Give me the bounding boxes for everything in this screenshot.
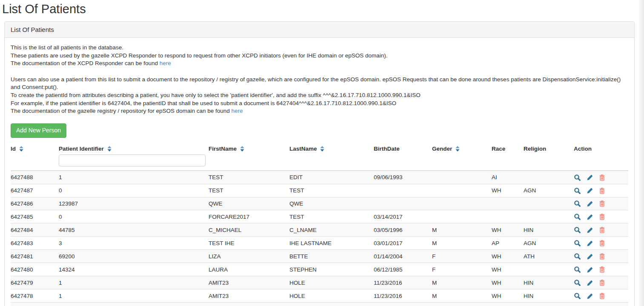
cell-last-name: BETTE xyxy=(289,250,374,263)
edit-patient-button[interactable] xyxy=(587,227,593,234)
column-header-action: Action xyxy=(574,144,628,154)
edit-patient-button[interactable] xyxy=(587,240,593,247)
sort-updown-icon xyxy=(455,146,460,152)
cell-action xyxy=(574,289,628,303)
trash-icon xyxy=(599,187,605,194)
view-patient-button[interactable] xyxy=(574,187,581,194)
cell-id: 6427481 xyxy=(11,250,59,263)
magnifier-icon xyxy=(574,292,581,300)
patient-identifier-filter-input[interactable] xyxy=(59,154,206,166)
cell-id: 6427483 xyxy=(11,237,59,250)
view-patient-button[interactable] xyxy=(574,174,581,181)
edit-patient-button[interactable] xyxy=(587,174,593,181)
cell-id: 6427479 xyxy=(11,276,59,289)
delete-patient-button[interactable] xyxy=(599,253,605,260)
cell-action xyxy=(574,210,628,223)
view-patient-button[interactable] xyxy=(574,213,581,220)
cell-religion xyxy=(524,171,574,184)
edit-patient-button[interactable] xyxy=(587,214,593,220)
cell-gender xyxy=(432,184,492,197)
cell-patient-identifier: 69200 xyxy=(59,250,209,263)
cell-id: 6427480 xyxy=(11,263,59,276)
cell-patient-identifier: 1 xyxy=(59,303,209,306)
cell-first-name: MIKE xyxy=(209,303,289,306)
cell-race xyxy=(492,210,524,223)
view-patient-button[interactable] xyxy=(574,240,581,247)
cell-gender xyxy=(432,210,492,223)
cell-birth-date: 01/14/2004 xyxy=(374,250,432,263)
cell-birth-date: 03/14/2017 xyxy=(374,210,432,223)
view-patient-button[interactable] xyxy=(574,292,581,300)
cell-gender: M xyxy=(432,223,492,237)
cell-race xyxy=(492,197,524,210)
column-header-lastname[interactable]: LastName xyxy=(289,144,374,154)
cell-first-name: TEST xyxy=(209,184,289,197)
view-patient-button[interactable] xyxy=(574,253,581,260)
delete-patient-button[interactable] xyxy=(599,187,605,194)
edit-patient-button[interactable] xyxy=(587,200,593,207)
cell-first-name: FORCARE2017 xyxy=(209,210,289,223)
cell-birth-date xyxy=(374,303,432,306)
cell-id: 6427484 xyxy=(11,223,59,237)
pencil-icon xyxy=(587,266,593,273)
trash-icon xyxy=(599,279,605,286)
add-new-person-button[interactable]: Add New Person xyxy=(11,123,66,138)
cell-race: WH xyxy=(492,276,524,289)
edit-patient-button[interactable] xyxy=(587,187,593,194)
cell-religion xyxy=(524,303,574,306)
cell-patient-identifier: 3 xyxy=(59,237,209,250)
intro-line: The documentation of the gazelle registr… xyxy=(11,108,230,114)
cell-last-name: HOLE xyxy=(289,289,374,303)
delete-patient-button[interactable] xyxy=(599,279,605,286)
view-patient-button[interactable] xyxy=(574,226,581,234)
xcpd-doc-link[interactable]: here xyxy=(160,60,171,66)
cell-race: WH xyxy=(492,289,524,303)
cell-first-name: LIZA xyxy=(209,250,289,263)
cell-action xyxy=(574,263,628,276)
panel-body: This is the list of all patients in the … xyxy=(5,38,634,306)
trash-icon xyxy=(599,200,605,207)
edit-patient-button[interactable] xyxy=(587,266,593,273)
column-header-patient-identifier[interactable]: Patient Identifier xyxy=(59,144,209,154)
cell-gender: M xyxy=(432,276,492,289)
column-header-id[interactable]: Id xyxy=(11,144,59,154)
cell-first-name: QWE xyxy=(209,197,289,210)
delete-patient-button[interactable] xyxy=(599,240,605,247)
delete-patient-button[interactable] xyxy=(599,213,605,220)
pencil-icon xyxy=(587,253,593,260)
view-patient-button[interactable] xyxy=(574,200,581,207)
delete-patient-button[interactable] xyxy=(599,200,605,207)
edit-patient-button[interactable] xyxy=(587,293,593,300)
edit-patient-button[interactable] xyxy=(587,253,593,260)
column-header-race: Race xyxy=(492,144,524,154)
cell-gender: M xyxy=(432,237,492,250)
cell-race: AP xyxy=(492,237,524,250)
cell-patient-identifier: 44785 xyxy=(59,223,209,237)
delete-patient-button[interactable] xyxy=(599,292,605,300)
magnifier-icon xyxy=(574,226,581,234)
edit-patient-button[interactable] xyxy=(587,280,593,286)
cell-last-name: HOLE xyxy=(289,276,374,289)
cell-birth-date: 03/01/2017 xyxy=(374,237,432,250)
view-patient-button[interactable] xyxy=(574,266,581,273)
delete-patient-button[interactable] xyxy=(599,266,605,273)
cell-race: AI xyxy=(492,171,524,184)
cell-religion: HIN xyxy=(524,223,574,237)
column-header-firstname[interactable]: FirstName xyxy=(209,144,289,154)
cell-race: WH xyxy=(492,263,524,276)
table-row: 6427485 0 FORCARE2017 TEST 03/14/2017 xyxy=(11,210,628,223)
cell-first-name: TEST IHE xyxy=(209,237,289,250)
cell-birth-date: 11/23/2016 xyxy=(374,276,432,289)
patients-panel: List Of Patients This is the list of all… xyxy=(4,21,635,306)
cell-id: 6427477 xyxy=(11,303,59,306)
cell-religion xyxy=(524,263,574,276)
delete-patient-button[interactable] xyxy=(599,174,605,181)
trash-icon xyxy=(599,253,605,260)
trash-icon xyxy=(599,226,605,234)
sort-updown-icon xyxy=(107,146,112,152)
view-patient-button[interactable] xyxy=(574,279,581,286)
delete-patient-button[interactable] xyxy=(599,226,605,234)
registry-doc-link[interactable]: here xyxy=(232,108,243,114)
cell-last-name: QWE xyxy=(289,197,374,210)
column-header-gender[interactable]: Gender xyxy=(432,144,492,154)
